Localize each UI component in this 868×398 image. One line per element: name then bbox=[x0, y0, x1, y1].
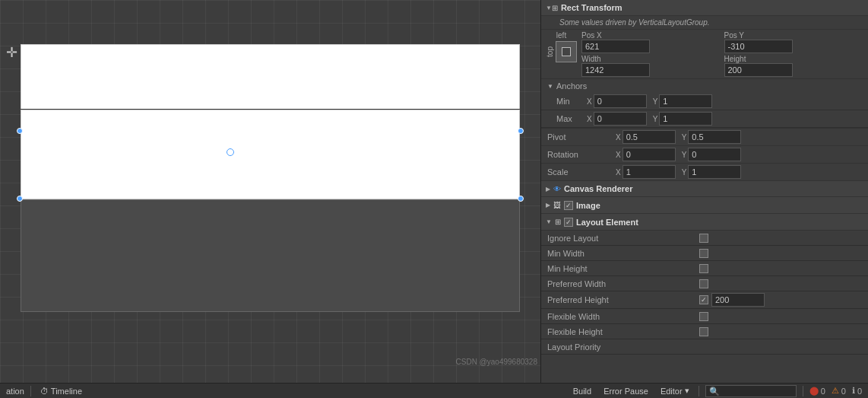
inspector-panel: ▼ ⊞ Rect Transform Some values driven by… bbox=[541, 0, 868, 383]
min-width-checkbox[interactable] bbox=[699, 249, 708, 258]
rect-transform-icon: ⊞ bbox=[552, 4, 558, 12]
errors-count: 0 bbox=[821, 387, 825, 396]
preferred-width-row: Preferred Width bbox=[541, 276, 868, 291]
anchor-handle-bottom-left[interactable] bbox=[17, 196, 23, 202]
pos-x-label: Pos X bbox=[581, 31, 721, 40]
driven-notice: Some values driven by VerticalLayoutGrou… bbox=[541, 16, 868, 30]
ignore-layout-row: Ignore Layout bbox=[541, 231, 868, 246]
scene-panel[interactable]: ✛ CSDN @yao499680328 bbox=[0, 0, 541, 383]
pos-y-input[interactable] bbox=[724, 40, 793, 53]
image-checkbox[interactable] bbox=[564, 200, 573, 210]
timeline-tab[interactable]: ⏱ Timeline bbox=[37, 387, 85, 396]
bottom-divider-3 bbox=[803, 386, 803, 396]
canvas-renderer-arrow: ▶ bbox=[546, 186, 550, 193]
max-x-input[interactable] bbox=[594, 112, 647, 126]
error-icon: ⬤ bbox=[809, 386, 819, 396]
messages-status: ℹ 0 bbox=[852, 386, 862, 396]
anchor-handle-bottom-right[interactable] bbox=[518, 196, 524, 202]
scale-x-axis: X bbox=[616, 168, 621, 177]
rotation-y-axis: Y bbox=[682, 151, 687, 159]
timeline-icon: ⏱ bbox=[40, 387, 49, 396]
scale-x-input[interactable] bbox=[622, 165, 676, 179]
min-height-checkbox[interactable] bbox=[699, 264, 708, 273]
min-width-row: Min Width bbox=[541, 246, 868, 261]
build-tab[interactable]: Build bbox=[570, 387, 594, 396]
pivot-label: Pivot bbox=[547, 132, 616, 142]
editor-tab[interactable]: Editor ▾ bbox=[657, 386, 692, 396]
height-label: Height bbox=[724, 55, 864, 63]
max-label: Max bbox=[556, 114, 587, 123]
canvas-renderer-header[interactable]: ▶ 👁 Canvas Renderer bbox=[541, 181, 868, 197]
min-x-input[interactable] bbox=[594, 94, 647, 108]
anchors-label: Anchors bbox=[556, 81, 587, 91]
timeline-label: Timeline bbox=[51, 387, 82, 396]
min-y-axis: Y bbox=[653, 97, 658, 106]
search-input[interactable] bbox=[705, 385, 797, 397]
flexible-height-checkbox[interactable] bbox=[699, 327, 708, 336]
layout-element-arrow: ▼ bbox=[546, 218, 552, 225]
rotation-x-input[interactable] bbox=[622, 148, 676, 161]
min-x-axis: X bbox=[587, 97, 592, 106]
min-label: Min bbox=[556, 97, 587, 106]
min-y-input[interactable] bbox=[659, 94, 712, 108]
layout-element-icon: ⊞ bbox=[555, 218, 561, 226]
anchor-handle-right[interactable] bbox=[518, 128, 524, 134]
scale-y-input[interactable] bbox=[688, 165, 741, 179]
rect-transform-header[interactable]: ▼ ⊞ Rect Transform bbox=[541, 0, 868, 16]
rect-transform-title: Rect Transform bbox=[561, 3, 622, 12]
pivot-x-input[interactable] bbox=[622, 130, 676, 144]
messages-count: 0 bbox=[857, 387, 862, 396]
anchors-row[interactable]: ▼ Anchors bbox=[541, 79, 868, 93]
anchors-arrow: ▼ bbox=[547, 83, 553, 90]
max-y-input[interactable] bbox=[659, 112, 712, 126]
canvas-object-middle bbox=[21, 110, 520, 199]
flexible-height-label: Flexible Height bbox=[547, 327, 699, 336]
error-pause-label: Error Pause bbox=[603, 387, 648, 396]
preferred-width-label: Preferred Width bbox=[547, 279, 699, 288]
pivot-visual-box bbox=[556, 41, 577, 62]
pos-x-input[interactable] bbox=[581, 40, 650, 53]
image-header[interactable]: ▶ 🖼 Image bbox=[541, 197, 868, 214]
anchor-left-label: left bbox=[556, 31, 566, 40]
rotation-y-input[interactable] bbox=[688, 148, 741, 161]
pivot-inner-box bbox=[562, 47, 571, 56]
layout-element-title: Layout Element bbox=[576, 218, 638, 227]
layout-priority-row: Layout Priority bbox=[541, 339, 868, 355]
layout-priority-label: Layout Priority bbox=[547, 342, 699, 352]
errors-status: ⬤ 0 bbox=[809, 386, 825, 396]
layout-element-enable-checkbox[interactable] bbox=[564, 218, 573, 227]
canvas-object-bottom bbox=[21, 199, 520, 312]
max-y-axis: Y bbox=[653, 115, 658, 123]
scale-y-axis: Y bbox=[682, 168, 687, 177]
min-width-label: Min Width bbox=[547, 249, 699, 258]
rotation-x-axis: X bbox=[616, 151, 621, 159]
ignore-layout-checkbox[interactable] bbox=[699, 234, 708, 243]
warnings-status: ⚠ 0 bbox=[832, 386, 846, 396]
width-input[interactable] bbox=[581, 63, 650, 77]
flexible-height-row: Flexible Height bbox=[541, 324, 868, 339]
image-title: Image bbox=[576, 201, 600, 210]
bottom-bar: ation ⏱ Timeline Build Error Pause Edito… bbox=[0, 383, 868, 398]
preferred-height-checkbox[interactable] bbox=[699, 295, 708, 304]
preferred-width-checkbox[interactable] bbox=[699, 279, 708, 288]
width-label: Width bbox=[581, 55, 721, 63]
center-dot bbox=[227, 148, 234, 156]
preferred-height-input[interactable] bbox=[711, 293, 765, 307]
pivot-y-input[interactable] bbox=[688, 130, 741, 144]
scale-label: Scale bbox=[547, 167, 616, 177]
max-x-axis: X bbox=[587, 115, 592, 123]
anchor-handle-left[interactable] bbox=[17, 128, 23, 134]
height-input[interactable] bbox=[724, 63, 793, 77]
image-icon: 🖼 bbox=[553, 201, 561, 209]
pivot-y-axis: Y bbox=[682, 133, 687, 142]
layout-element-header[interactable]: ▼ ⊞ Layout Element bbox=[541, 214, 868, 231]
layout-element-checkbox-wrapper bbox=[564, 217, 573, 227]
error-pause-tab[interactable]: Error Pause bbox=[600, 387, 651, 396]
editor-dropdown-icon: ▾ bbox=[685, 386, 689, 396]
watermark: CSDN @yao499680328 bbox=[456, 358, 537, 366]
flexible-width-label: Flexible Width bbox=[547, 312, 699, 321]
rect-transform-collapse-arrow: ▼ bbox=[546, 5, 552, 11]
image-enable-checkbox[interactable] bbox=[564, 201, 573, 210]
flexible-width-checkbox[interactable] bbox=[699, 312, 708, 321]
preferred-height-row: Preferred Height bbox=[541, 291, 868, 309]
